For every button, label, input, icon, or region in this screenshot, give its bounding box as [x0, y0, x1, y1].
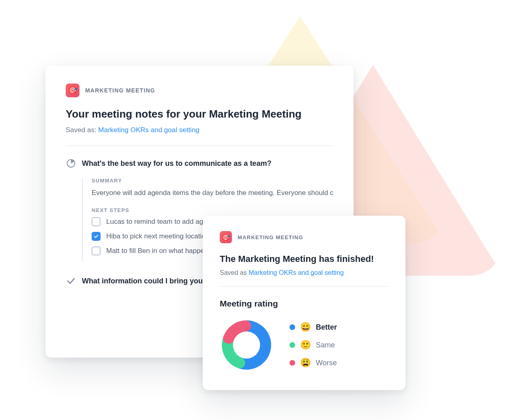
- saved-as-prefix: Saved as: [220, 269, 249, 276]
- meeting-rating-card: 🎯 MARKETING MEETING The Marketing Meetin…: [203, 216, 405, 390]
- target-emoji-icon: 🎯: [68, 86, 77, 95]
- saved-as-row: Saved as Marketing OKRs and goal setting: [220, 269, 388, 276]
- target-emoji-icon: 🎯: [222, 234, 230, 241]
- checkbox[interactable]: [92, 246, 101, 255]
- legend-label: Better: [316, 323, 337, 332]
- legend-color-dot: [289, 360, 295, 366]
- legend-item[interactable]: 😩Worse: [289, 358, 337, 368]
- legend-emoji-icon: 😄: [300, 322, 311, 332]
- legend-item[interactable]: 😄Better: [289, 322, 337, 332]
- legend-label: Same: [316, 341, 335, 349]
- legend-emoji-icon: 😩: [300, 358, 311, 368]
- summary-label: SUMMARY: [92, 178, 333, 184]
- saved-as-prefix: Saved as:: [66, 126, 98, 134]
- card-title: Your meeting notes for your Marketing Me…: [66, 108, 333, 120]
- saved-as-row: Saved as: Marketing OKRs and goal settin…: [66, 126, 333, 134]
- topic-row: What's the best way for us to communicat…: [66, 158, 333, 169]
- donut-segment: [242, 326, 266, 364]
- saved-as-link[interactable]: Marketing OKRs and goal setting: [98, 126, 199, 134]
- legend-color-dot: [289, 342, 295, 348]
- legend-item[interactable]: 🙂Same: [289, 340, 337, 350]
- card-title: The Marketing Meeting has finished!: [220, 254, 388, 264]
- clock-progress-icon: [66, 158, 76, 169]
- checkbox[interactable]: [92, 232, 101, 241]
- legend-emoji-icon: 🙂: [300, 340, 311, 350]
- donut-segment: [229, 326, 245, 338]
- next-step-label: Hiba to pick next meeting location: [106, 232, 209, 240]
- card-header: 🎯 MARKETING MEETING: [220, 231, 388, 243]
- app-icon: 🎯: [220, 231, 232, 243]
- rating-legend: 😄Better🙂Same😩Worse: [289, 322, 337, 368]
- rating-body: 😄Better🙂Same😩Worse: [220, 318, 388, 372]
- app-icon: 🎯: [66, 84, 79, 97]
- legend-color-dot: [289, 324, 295, 330]
- card-header: 🎯 MARKETING MEETING: [66, 84, 333, 97]
- next-steps-label: NEXT STEPS: [92, 207, 333, 213]
- saved-as-link[interactable]: Marketing OKRs and goal setting: [249, 269, 344, 276]
- next-step-label: Matt to fill Ben in on what happened: [106, 247, 216, 255]
- topic-title: What's the best way for us to communicat…: [82, 158, 271, 169]
- app-label: MARKETING MEETING: [238, 234, 303, 240]
- divider: [66, 146, 333, 146]
- rating-donut-chart: [220, 318, 273, 372]
- divider: [220, 286, 388, 287]
- check-icon: [66, 276, 76, 286]
- app-label: MARKETING MEETING: [85, 87, 155, 94]
- legend-label: Worse: [316, 359, 337, 367]
- rating-section-title: Meeting rating: [220, 299, 388, 309]
- summary-text: Everyone will add agenda items the day b…: [92, 188, 333, 198]
- checkbox[interactable]: [92, 217, 101, 226]
